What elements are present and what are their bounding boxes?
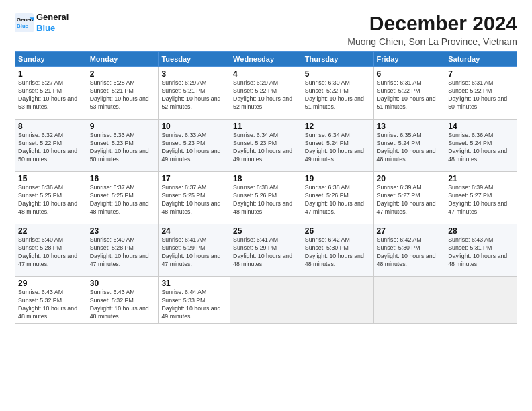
day-number: 17 — [161, 174, 227, 183]
day-number: 24 — [161, 226, 227, 236]
svg-text:General: General — [17, 16, 34, 22]
table-row: 23 Sunrise: 6:40 AMSunset: 5:28 PMDaylig… — [87, 224, 159, 277]
day-info: Sunrise: 6:29 AMSunset: 5:21 PMDaylight:… — [161, 79, 227, 111]
day-number: 11 — [233, 122, 299, 131]
page: General Blue General Blue December 2024 … — [0, 0, 532, 411]
table-row: 15 Sunrise: 6:36 AMSunset: 5:25 PMDaylig… — [15, 172, 87, 224]
table-row: 4 Sunrise: 6:29 AMSunset: 5:22 PMDayligh… — [230, 67, 302, 120]
col-thursday: Thursday — [302, 52, 373, 67]
day-info: Sunrise: 6:39 AMSunset: 5:27 PMDaylight:… — [448, 184, 514, 216]
day-number: 12 — [305, 122, 371, 131]
day-number: 10 — [161, 122, 227, 131]
day-info: Sunrise: 6:31 AMSunset: 5:22 PMDaylight:… — [377, 79, 443, 111]
table-row: 1 Sunrise: 6:27 AMSunset: 5:21 PMDayligh… — [15, 67, 87, 120]
day-number: 7 — [448, 69, 514, 79]
col-tuesday: Tuesday — [159, 52, 230, 67]
day-info: Sunrise: 6:39 AMSunset: 5:27 PMDaylight:… — [377, 184, 443, 216]
day-info: Sunrise: 6:43 AMSunset: 5:31 PMDaylight:… — [448, 236, 514, 269]
table-row: 16 Sunrise: 6:37 AMSunset: 5:25 PMDaylig… — [87, 172, 159, 224]
table-row: 10 Sunrise: 6:33 AMSunset: 5:23 PMDaylig… — [159, 120, 230, 172]
main-title: December 2024 — [347, 12, 517, 35]
day-info: Sunrise: 6:37 AMSunset: 5:25 PMDaylight:… — [90, 184, 156, 216]
header: General Blue General Blue December 2024 … — [15, 12, 517, 47]
table-row: 27 Sunrise: 6:42 AMSunset: 5:30 PMDaylig… — [373, 224, 445, 277]
day-number: 15 — [18, 174, 84, 183]
day-info: Sunrise: 6:37 AMSunset: 5:25 PMDaylight:… — [161, 184, 227, 216]
table-row: 5 Sunrise: 6:30 AMSunset: 5:22 PMDayligh… — [302, 67, 373, 120]
col-monday: Monday — [87, 52, 159, 67]
day-info: Sunrise: 6:40 AMSunset: 5:28 PMDaylight:… — [18, 236, 84, 269]
table-row: 31 Sunrise: 6:44 AMSunset: 5:33 PMDaylig… — [159, 277, 230, 324]
subtitle: Muong Chien, Son La Province, Vietnam — [347, 36, 517, 47]
day-number: 23 — [90, 226, 156, 236]
table-row: 21 Sunrise: 6:39 AMSunset: 5:27 PMDaylig… — [445, 172, 517, 224]
table-row: 7 Sunrise: 6:31 AMSunset: 5:22 PMDayligh… — [445, 67, 517, 120]
table-row: 24 Sunrise: 6:41 AMSunset: 5:29 PMDaylig… — [159, 224, 230, 277]
calendar-table: Sunday Monday Tuesday Wednesday Thursday… — [15, 51, 517, 324]
day-info: Sunrise: 6:27 AMSunset: 5:21 PMDaylight:… — [18, 79, 84, 111]
day-number: 14 — [448, 122, 514, 131]
day-number: 29 — [18, 279, 84, 288]
day-info: Sunrise: 6:42 AMSunset: 5:30 PMDaylight:… — [377, 236, 443, 269]
table-row: 9 Sunrise: 6:33 AMSunset: 5:23 PMDayligh… — [87, 120, 159, 172]
day-info: Sunrise: 6:44 AMSunset: 5:33 PMDaylight:… — [161, 289, 227, 321]
table-row: 26 Sunrise: 6:42 AMSunset: 5:30 PMDaylig… — [302, 224, 373, 277]
day-info: Sunrise: 6:43 AMSunset: 5:32 PMDaylight:… — [18, 289, 84, 321]
table-row — [373, 277, 445, 324]
day-number: 19 — [305, 174, 371, 183]
day-info: Sunrise: 6:41 AMSunset: 5:29 PMDaylight:… — [233, 236, 299, 269]
day-info: Sunrise: 6:40 AMSunset: 5:28 PMDaylight:… — [90, 236, 156, 269]
day-info: Sunrise: 6:34 AMSunset: 5:23 PMDaylight:… — [233, 132, 299, 164]
table-row: 20 Sunrise: 6:39 AMSunset: 5:27 PMDaylig… — [373, 172, 445, 224]
logo-text: General Blue — [36, 12, 69, 33]
table-row: 3 Sunrise: 6:29 AMSunset: 5:21 PMDayligh… — [159, 67, 230, 120]
day-info: Sunrise: 6:31 AMSunset: 5:22 PMDaylight:… — [448, 79, 514, 111]
day-number: 3 — [161, 69, 227, 79]
day-info: Sunrise: 6:35 AMSunset: 5:24 PMDaylight:… — [377, 132, 443, 164]
table-row: 2 Sunrise: 6:28 AMSunset: 5:21 PMDayligh… — [87, 67, 159, 120]
day-number: 26 — [305, 226, 371, 236]
day-number: 1 — [18, 69, 84, 79]
day-number: 22 — [18, 226, 84, 236]
day-number: 13 — [377, 122, 443, 131]
day-info: Sunrise: 6:33 AMSunset: 5:23 PMDaylight:… — [90, 132, 156, 164]
table-row: 14 Sunrise: 6:36 AMSunset: 5:24 PMDaylig… — [445, 120, 517, 172]
day-number: 16 — [90, 174, 156, 183]
table-row — [445, 277, 517, 324]
day-info: Sunrise: 6:32 AMSunset: 5:22 PMDaylight:… — [18, 132, 84, 164]
day-info: Sunrise: 6:38 AMSunset: 5:26 PMDaylight:… — [233, 184, 299, 216]
day-number: 6 — [377, 69, 443, 79]
table-row — [302, 277, 373, 324]
table-row: 22 Sunrise: 6:40 AMSunset: 5:28 PMDaylig… — [15, 224, 87, 277]
table-row: 28 Sunrise: 6:43 AMSunset: 5:31 PMDaylig… — [445, 224, 517, 277]
table-row: 11 Sunrise: 6:34 AMSunset: 5:23 PMDaylig… — [230, 120, 302, 172]
day-number: 20 — [377, 174, 443, 183]
day-number: 21 — [448, 174, 514, 183]
col-saturday: Saturday — [445, 52, 517, 67]
day-number: 27 — [377, 226, 443, 236]
day-info: Sunrise: 6:41 AMSunset: 5:29 PMDaylight:… — [161, 236, 227, 269]
day-number: 30 — [90, 279, 156, 288]
day-info: Sunrise: 6:36 AMSunset: 5:25 PMDaylight:… — [18, 184, 84, 216]
col-friday: Friday — [373, 52, 445, 67]
day-number: 8 — [18, 122, 84, 131]
day-info: Sunrise: 6:29 AMSunset: 5:22 PMDaylight:… — [233, 79, 299, 111]
table-row: 13 Sunrise: 6:35 AMSunset: 5:24 PMDaylig… — [373, 120, 445, 172]
table-row: 8 Sunrise: 6:32 AMSunset: 5:22 PMDayligh… — [15, 120, 87, 172]
logo: General Blue General Blue — [15, 12, 69, 33]
logo-icon: General Blue — [15, 13, 34, 32]
day-info: Sunrise: 6:30 AMSunset: 5:22 PMDaylight:… — [305, 79, 371, 111]
calendar-header-row: Sunday Monday Tuesday Wednesday Thursday… — [15, 52, 517, 67]
day-info: Sunrise: 6:28 AMSunset: 5:21 PMDaylight:… — [90, 79, 156, 111]
table-row: 17 Sunrise: 6:37 AMSunset: 5:25 PMDaylig… — [159, 172, 230, 224]
day-number: 28 — [448, 226, 514, 236]
col-wednesday: Wednesday — [230, 52, 302, 67]
day-info: Sunrise: 6:33 AMSunset: 5:23 PMDaylight:… — [161, 132, 227, 164]
day-number: 25 — [233, 226, 299, 236]
day-number: 9 — [90, 122, 156, 131]
table-row: 6 Sunrise: 6:31 AMSunset: 5:22 PMDayligh… — [373, 67, 445, 120]
table-row: 29 Sunrise: 6:43 AMSunset: 5:32 PMDaylig… — [15, 277, 87, 324]
day-info: Sunrise: 6:34 AMSunset: 5:24 PMDaylight:… — [305, 132, 371, 164]
table-row: 12 Sunrise: 6:34 AMSunset: 5:24 PMDaylig… — [302, 120, 373, 172]
col-sunday: Sunday — [15, 52, 87, 67]
